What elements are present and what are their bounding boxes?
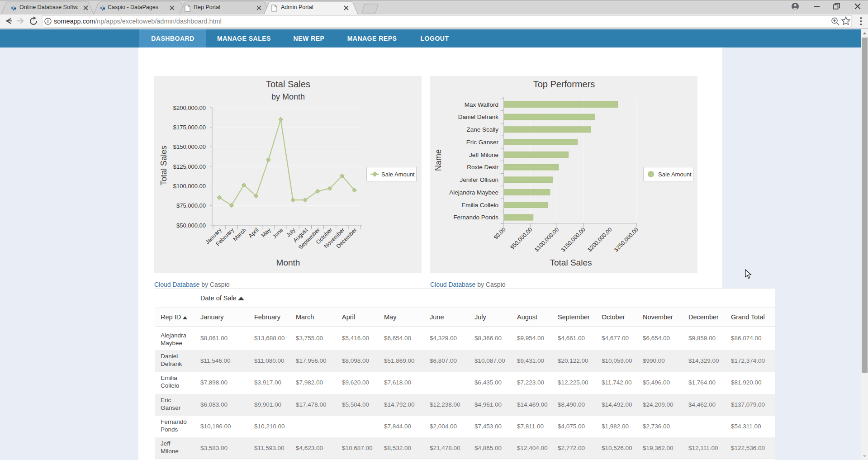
svg-text:Top Performers: Top Performers — [533, 79, 595, 89]
svg-text:Emilia Collelo: Emilia Collelo — [461, 202, 498, 209]
svg-text:Max Walford: Max Walford — [465, 101, 498, 108]
svg-text:April: April — [247, 227, 260, 239]
svg-text:March: March — [232, 227, 247, 242]
svg-text:$75,000.00: $75,000.00 — [176, 202, 206, 209]
svg-text:Zane Scally: Zane Scally — [466, 126, 498, 133]
svg-text:$200,000.00: $200,000.00 — [173, 104, 206, 111]
svg-text:Jeff Milone: Jeff Milone — [469, 152, 498, 158]
svg-text:$150,000.00: $150,000.00 — [560, 226, 587, 253]
svg-text:Roxie Desir: Roxie Desir — [467, 164, 498, 171]
svg-text:Fernando Ponds: Fernando Ponds — [453, 214, 498, 221]
svg-text:Sale Amount: Sale Amount — [658, 171, 692, 178]
svg-text:$125,000.00: $125,000.00 — [173, 163, 206, 170]
svg-text:Alejandra Maybee: Alejandra Maybee — [449, 189, 498, 196]
svg-text:Jenifer Ollison: Jenifer Ollison — [460, 176, 498, 183]
svg-text:Daniel Defrank: Daniel Defrank — [458, 114, 499, 120]
svg-text:$175,000.00: $175,000.00 — [173, 124, 206, 131]
svg-text:$100,000.00: $100,000.00 — [533, 226, 560, 253]
svg-text:$50,000.00: $50,000.00 — [509, 226, 533, 251]
svg-text:Name: Name — [434, 149, 443, 171]
svg-text:$50,000.00: $50,000.00 — [176, 222, 206, 229]
svg-text:$150,000.00: $150,000.00 — [173, 143, 206, 150]
svg-text:Sale Amount: Sale Amount — [381, 171, 415, 178]
svg-text:Total Sales: Total Sales — [550, 258, 592, 267]
svg-text:Month: Month — [276, 258, 300, 267]
svg-text:June: June — [271, 227, 285, 240]
svg-text:$250,000.00: $250,000.00 — [613, 226, 640, 253]
svg-text:$200,000.00: $200,000.00 — [587, 226, 613, 253]
svg-text:May: May — [260, 227, 272, 239]
svg-text:Total Sales: Total Sales — [159, 146, 168, 185]
svg-text:$100,000.00: $100,000.00 — [173, 183, 206, 190]
svg-text:Eric Ganser: Eric Ganser — [466, 139, 499, 146]
svg-text:by Month: by Month — [271, 92, 305, 101]
svg-text:Total Sales: Total Sales — [266, 79, 310, 89]
svg-text:$0.00: $0.00 — [493, 226, 507, 241]
